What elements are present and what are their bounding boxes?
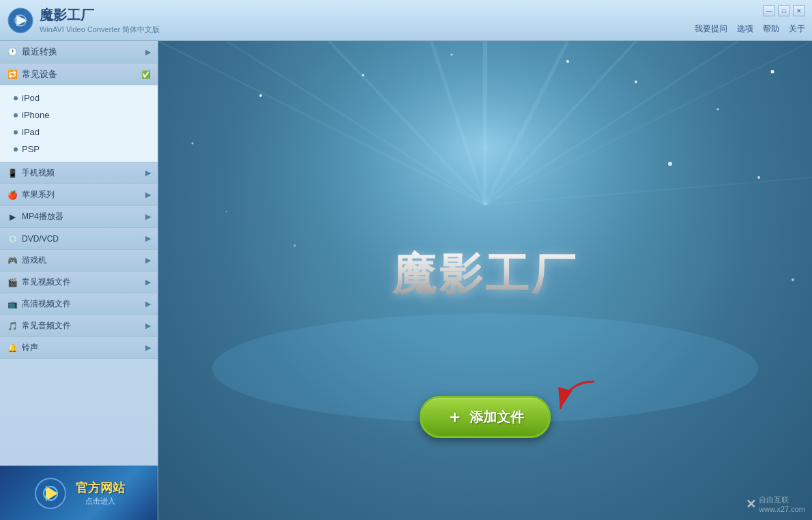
watermark-text: 自由互联 — [759, 495, 805, 505]
gaming-icon: 🎮 — [7, 255, 18, 266]
sidebar-item-mobile-video[interactable]: 📱 手机视频 ▶ — [0, 162, 158, 184]
svg-point-22 — [771, 70, 774, 74]
sidebar-item-dvd[interactable]: 💿 DVD/VCD ▶ — [0, 228, 158, 250]
apple-icon: 🍎 — [7, 190, 18, 201]
add-file-button[interactable]: ＋ 添加文件 — [420, 396, 551, 438]
audio-label: 常见音频文件 — [22, 320, 71, 332]
main-container: 🕐 最近转换 ▶ 🔁 常见设备 ✅ iPod — [0, 41, 812, 520]
device-ipod-label: iPod — [22, 93, 40, 103]
close-button[interactable]: ✕ — [793, 5, 805, 16]
sidebar-item-gaming[interactable]: 🎮 游戏机 ▶ — [0, 250, 158, 272]
mp4-chevron-icon: ▶ — [145, 212, 151, 221]
svg-line-14 — [485, 41, 738, 205]
svg-point-21 — [717, 109, 719, 111]
device-list: iPod iPhone iPad PSP — [0, 85, 158, 162]
devices-chevron-icon: ✅ — [141, 70, 151, 79]
mp4-icon: ▶ — [7, 212, 18, 222]
promo-banner[interactable]: 官方网站 点击进入 — [0, 465, 158, 520]
plus-icon: ＋ — [446, 406, 463, 428]
svg-point-30 — [792, 278, 794, 281]
common-devices-section: 🔁 常见设备 ✅ iPod iPhone iPad — [0, 63, 158, 162]
recent-icon: 🕐 — [7, 46, 18, 57]
menu-ask[interactable]: 我要提问 — [695, 23, 727, 35]
ringtone-icon: 🔔 — [7, 343, 18, 353]
svg-point-24 — [757, 176, 760, 179]
sidebar-item-apple[interactable]: 🍎 苹果系列 ▶ — [0, 184, 158, 206]
app-subtitle: WinAVI Video Converter 简体中文版 — [40, 25, 160, 35]
svg-point-25 — [294, 245, 296, 247]
promo-subtitle: 点击进入 — [85, 496, 115, 506]
menu-options[interactable]: 选项 — [737, 23, 753, 35]
app-logo — [7, 7, 34, 34]
sidebar-item-audio[interactable]: 🎵 常见音频文件 ▶ — [0, 315, 158, 337]
mobile-video-chevron-icon: ▶ — [145, 169, 151, 177]
watermark-symbol: ✕ — [746, 497, 756, 512]
hd-video-icon: 📺 — [7, 299, 18, 310]
dvd-icon: 💿 — [7, 233, 18, 244]
recent-chevron-icon: ▶ — [145, 48, 151, 57]
dvd-chevron-icon: ▶ — [145, 234, 151, 243]
hd-video-label: 高清视频文件 — [22, 298, 71, 310]
common-video-label: 常见视频文件 — [22, 276, 71, 288]
svg-line-9 — [329, 41, 485, 205]
svg-point-28 — [451, 54, 453, 56]
watermark: ✕ 自由互联 www.x27.com — [746, 495, 805, 513]
sidebar-item-ringtone[interactable]: 🔔 铃声 ▶ — [0, 337, 158, 359]
svg-line-13 — [485, 41, 636, 205]
ringtone-label: 铃声 — [22, 342, 38, 353]
audio-icon: 🎵 — [7, 321, 18, 332]
sidebar: 🕐 最近转换 ▶ 🔁 常见设备 ✅ iPod — [0, 41, 158, 520]
recent-label: 最近转换 — [22, 46, 57, 58]
svg-point-20 — [635, 81, 637, 83]
content-area: 魔影工厂 ＋ 添加文件 ✕ 自由互联 www.x27.com — [158, 41, 812, 520]
sidebar-item-mp4[interactable]: ▶ MP4播放器 ▶ — [0, 206, 158, 228]
bullet-icon — [14, 96, 18, 100]
device-ipad-label: iPad — [22, 127, 40, 137]
common-video-chevron-icon: ▶ — [145, 278, 151, 287]
common-video-icon: 🎬 — [7, 277, 18, 288]
gaming-chevron-icon: ▶ — [145, 256, 151, 265]
bullet-icon — [14, 113, 18, 117]
promo-text: 官方网站 点击进入 — [76, 480, 125, 506]
device-psp-label: PSP — [22, 144, 40, 154]
title-bar: 魔影工厂 WinAVI Video Converter 简体中文版 — □ ✕ … — [0, 0, 812, 41]
minimize-button[interactable]: — — [763, 5, 775, 16]
ringtone-chevron-icon: ▶ — [145, 343, 151, 352]
title-text: 魔影工厂 WinAVI Video Converter 简体中文版 — [40, 6, 160, 35]
common-devices-header[interactable]: 🔁 常见设备 ✅ — [0, 63, 158, 85]
menu-help[interactable]: 帮助 — [763, 23, 779, 35]
bullet-icon — [14, 147, 18, 151]
gaming-label: 游戏机 — [22, 255, 46, 266]
app-name: 魔影工厂 — [40, 6, 160, 25]
svg-point-19 — [362, 74, 364, 76]
device-ipod[interactable]: iPod — [0, 89, 158, 106]
mobile-video-icon: 📱 — [7, 168, 18, 179]
sidebar-item-common-video[interactable]: 🎬 常见视频文件 ▶ — [0, 272, 158, 293]
svg-line-7 — [158, 41, 485, 205]
device-ipad[interactable]: iPad — [0, 124, 158, 141]
svg-line-16 — [485, 177, 812, 205]
svg-line-8 — [227, 41, 485, 205]
sidebar-item-hd-video[interactable]: 📺 高清视频文件 ▶ — [0, 293, 158, 315]
svg-line-15 — [485, 41, 812, 205]
svg-line-10 — [431, 41, 485, 205]
menu-about[interactable]: 关于 — [789, 23, 805, 35]
add-file-label: 添加文件 — [469, 408, 524, 427]
recent-section-header[interactable]: 🕐 最近转换 ▶ — [0, 41, 158, 63]
apple-label: 苹果系列 — [22, 189, 55, 201]
common-devices-label: 常见设备 — [22, 68, 57, 81]
device-psp[interactable]: PSP — [0, 141, 158, 158]
svg-point-27 — [566, 60, 569, 63]
devices-icon: 🔁 — [7, 69, 18, 80]
svg-point-26 — [668, 162, 672, 166]
mobile-video-label: 手机视频 — [22, 167, 55, 179]
window-controls: — □ ✕ — [763, 5, 805, 16]
svg-point-23 — [192, 143, 194, 145]
audio-chevron-icon: ▶ — [145, 321, 151, 330]
maximize-button[interactable]: □ — [778, 5, 790, 16]
device-iphone-label: iPhone — [22, 110, 49, 120]
device-iphone[interactable]: iPhone — [0, 106, 158, 124]
app-title-display: 魔影工厂 — [392, 245, 578, 304]
svg-point-18 — [259, 94, 262, 97]
promo-title: 官方网站 — [76, 480, 125, 496]
